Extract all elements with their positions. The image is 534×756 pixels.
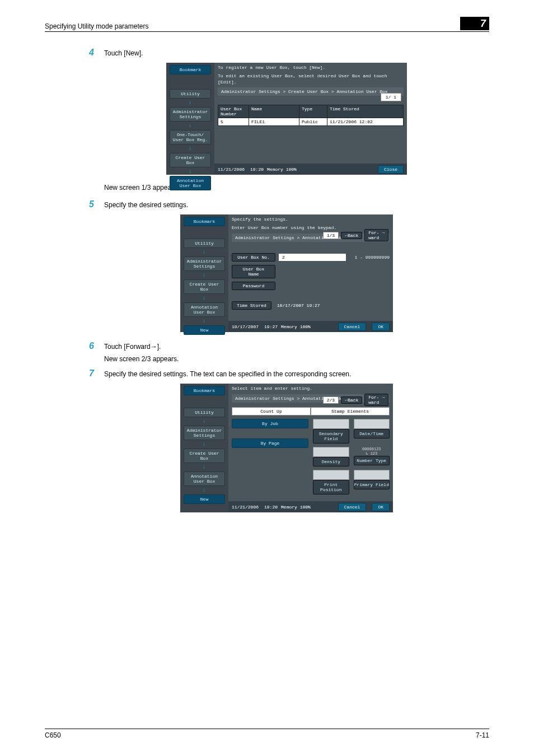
sidebar-item-create-userbox[interactable]: Create User Box (170, 153, 211, 167)
cancel-button[interactable]: Cancel (338, 503, 367, 511)
density-button[interactable]: Density (313, 457, 349, 466)
arrow-down-icon: ↓ (180, 272, 228, 278)
close-button[interactable]: Close (378, 165, 404, 174)
step-number: 5 (84, 199, 94, 209)
forward-button[interactable]: For- → ward (364, 394, 388, 406)
step-number: 7 (84, 368, 94, 379)
arrow-down-icon: ↓ (166, 123, 214, 129)
page-indicator: 2/3 (323, 396, 339, 404)
col-name: Name (249, 105, 299, 118)
password-button[interactable]: Password (232, 282, 275, 290)
sidebar-item-create-userbox[interactable]: Create User Box (184, 449, 225, 463)
page-nav: 1/3 ←Back For- → ward (323, 229, 388, 241)
sidebar-item-create-userbox[interactable]: Create User Box (184, 279, 225, 294)
main-panel: Select item and enter setting. Administr… (228, 384, 393, 512)
step-text: Touch [Forward→]. (104, 342, 161, 352)
step-text: Specify the desired settings. (104, 200, 188, 210)
arrow-down-icon: ↓ (180, 249, 228, 255)
density-icon (313, 447, 349, 457)
sidebar-item-utility[interactable]: Utility (184, 239, 225, 248)
number-type-button[interactable]: Number Type (354, 456, 390, 465)
by-job-button[interactable]: By Job (232, 419, 308, 428)
userbox-no-range: 1 - 999999999 (355, 255, 390, 260)
step-number: 6 (84, 341, 94, 351)
arrow-down-icon: ↓ (180, 418, 228, 424)
page-nav: 2/3 ←Back For- → ward (323, 394, 388, 406)
options-grid: By Job By Page Secondary Field Date/Time (232, 419, 390, 494)
sidebar-item-onetouch[interactable]: One-Touch/ User Box Reg. (170, 130, 211, 144)
step-4: 4 Touch [New]. (84, 48, 489, 58)
bookmark-button[interactable]: Bookmark (170, 65, 211, 74)
hint-line: Select item and enter setting. (232, 386, 390, 392)
col-time: Time Stored (327, 105, 403, 118)
page-footer: C650 7-11 (45, 729, 489, 739)
table-row[interactable]: 5 FILE1 Public 11/21/2006 12:02 (218, 118, 404, 126)
sidebar-item-new[interactable]: New (184, 494, 225, 504)
page-header: Specifying Utility mode parameters 7 (45, 17, 489, 32)
print-position-icon (313, 470, 349, 480)
userbox-no-value[interactable]: 2 (279, 254, 346, 261)
hint-line-1: Specify the settings. (232, 217, 390, 223)
status-bar: 10/17/2007 19:27 Memory 100% Cancel OK (228, 321, 393, 332)
table-header: User Box Number Name Type Time Stored (218, 105, 404, 118)
arrow-down-icon: ↓ (180, 441, 228, 447)
sidebar-item-admin-settings[interactable]: Administrator Settings (184, 426, 225, 440)
bookmark-button[interactable]: Bookmark (184, 386, 225, 395)
main-panel: To register a new User Box, touch [New].… (214, 63, 407, 175)
status-bar: 11/21/2006 19:20 Memory 100% Cancel OK (228, 501, 393, 512)
memory-label: Memory (267, 167, 283, 172)
status-time: 19:27 (264, 324, 278, 329)
sidebar-item-annotation-userbox[interactable]: Annotation User Box (170, 176, 211, 190)
secondary-field-icon (313, 419, 349, 429)
ok-button[interactable]: OK (372, 323, 390, 331)
sidebar-item-utility[interactable]: Utility (184, 408, 225, 417)
status-time: 19:20 (250, 167, 264, 172)
time-stored-value: 10/17/2007 19:27 (277, 303, 320, 308)
primary-field-icon (354, 470, 390, 480)
bookmark-button[interactable]: Bookmark (184, 217, 225, 226)
sidebar-item-annotation-userbox[interactable]: Annotation User Box (184, 472, 225, 486)
secondary-field-button[interactable]: Secondary Field (313, 429, 349, 444)
page-indicator: 1/ 1 (381, 93, 401, 101)
memory-label: Memory (281, 505, 297, 510)
cancel-button[interactable]: Cancel (338, 323, 367, 331)
primary-field-button[interactable]: Primary Field (354, 480, 390, 489)
arrow-down-icon: ↓ (166, 169, 214, 175)
memory-label: Memory (281, 324, 297, 329)
arrow-down-icon: ↓ (180, 464, 228, 470)
status-date: 10/17/2007 (232, 324, 259, 329)
arrow-down-icon: ↓ (180, 295, 228, 301)
userbox-no-label: User Box No. (232, 253, 275, 262)
col-userbox-no: User Box Number (218, 105, 249, 118)
header-title: Specifying Utility mode parameters (45, 22, 148, 30)
sidebar-item-utility[interactable]: Utility (170, 89, 211, 99)
memory-value: 100% (300, 324, 311, 329)
ok-button[interactable]: OK (372, 503, 390, 511)
chapter-number: 7 (460, 17, 489, 30)
back-button[interactable]: ←Back (341, 232, 362, 239)
sidebar: Bookmark Utility ↓ Administrator Setting… (180, 384, 228, 512)
footer-left: C650 (45, 731, 61, 739)
sidebar-item-admin-settings[interactable]: Administrator Settings (170, 107, 211, 122)
back-button[interactable]: ←Back (341, 396, 362, 404)
arrow-down-icon: ↓ (166, 146, 214, 152)
arrow-down-icon: ↓ (180, 487, 228, 493)
by-page-button[interactable]: By Page (232, 438, 308, 448)
datetime-button[interactable]: Date/Time (354, 429, 390, 438)
screenshot-annotation-userbox-list: Bookmark Utility ↓ Administrator Setting… (166, 63, 407, 175)
status-date: 11/21/2006 (218, 167, 245, 172)
cell-type: Public (299, 118, 327, 125)
time-stored-label: Time Stored (232, 301, 271, 310)
header-stamp-elements: Stamp Elements (311, 407, 390, 416)
sidebar-item-new[interactable]: New (184, 325, 225, 335)
print-position-button[interactable]: Print Position (313, 480, 349, 494)
sidebar-item-admin-settings[interactable]: Administrator Settings (184, 256, 225, 271)
page-indicator: 1/3 (323, 232, 339, 239)
field-userbox-no: User Box No. 2 1 - 999999999 (232, 253, 390, 262)
forward-button[interactable]: For- → ward (364, 229, 388, 241)
userbox-name-button[interactable]: User Box Name (232, 265, 275, 278)
datetime-icon (354, 419, 390, 429)
sidebar-item-annotation-userbox[interactable]: Annotation User Box (184, 302, 225, 317)
header-count-up: Count Up (232, 407, 311, 416)
main-panel: Specify the settings. Enter User Box num… (228, 214, 393, 332)
